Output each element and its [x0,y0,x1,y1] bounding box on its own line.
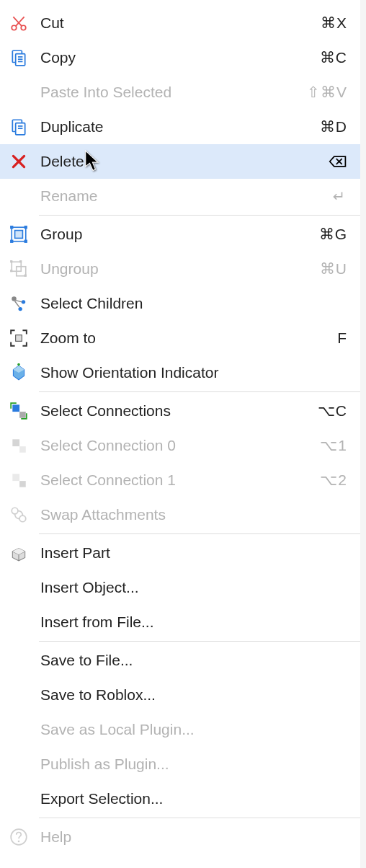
menu-item-insert-object[interactable]: Insert Object... [0,570,360,605]
svg-marker-35 [17,363,20,365]
menu-item-select-connections[interactable]: Select Connections ⌥C [0,394,360,428]
svg-point-42 [12,508,18,514]
orientation-icon [9,363,29,383]
label: Select Connection 1 [40,471,320,489]
label: Save to File... [40,652,347,669]
svg-rect-38 [12,439,19,446]
ungroup-icon [9,259,29,279]
backspace-icon [329,154,347,169]
separator [39,533,360,534]
menu-item-cut[interactable]: Cut ⌘X [0,6,360,40]
empty-icon [9,82,29,102]
context-menu: Cut ⌘X Copy ⌘C Paste Into Selected ⇧⌘V D… [0,0,360,854]
menu-item-rename: Rename [0,179,360,213]
empty-icon [9,754,29,774]
label: Ungroup [40,260,320,278]
menu-item-insert-from-file[interactable]: Insert from File... [0,605,360,639]
svg-line-32 [16,301,22,302]
label: Zoom to [40,329,337,347]
svg-point-30 [22,300,25,304]
menu-item-paste-into-selected: Paste Into Selected ⇧⌘V [0,75,360,110]
select-connections-icon [9,401,29,421]
shortcut: ⌘X [321,14,347,32]
shortcut: F [337,329,347,347]
shortcut: ⌥1 [320,437,347,454]
menu-item-duplicate[interactable]: Duplicate ⌘D [0,110,360,144]
shortcut: ⌘D [320,118,347,136]
label: Insert Part [40,544,347,562]
shortcut: ⇧⌘V [307,84,347,101]
duplicate-icon [9,117,29,137]
menu-item-group[interactable]: Group ⌘G [0,217,360,252]
svg-rect-39 [19,446,26,453]
svg-rect-18 [15,231,23,239]
label: Copy [40,49,320,66]
menu-item-copy[interactable]: Copy ⌘C [0,40,360,75]
menu-item-save-to-roblox[interactable]: Save to Roblox... [0,678,360,712]
svg-rect-26 [19,260,22,262]
return-icon [329,188,347,204]
empty-icon [9,650,29,670]
svg-rect-36 [12,404,19,412]
menu-item-insert-part[interactable]: Insert Part [0,536,360,570]
separator [39,641,360,642]
empty-icon [9,789,29,809]
svg-rect-41 [19,481,26,487]
svg-rect-28 [24,275,27,277]
svg-point-31 [18,307,22,311]
menu-item-save-to-file[interactable]: Save to File... [0,643,360,678]
empty-icon [9,612,29,632]
shortcut: ⌘U [320,260,347,278]
shortcut: ⌘C [320,49,347,66]
svg-rect-22 [24,240,27,243]
svg-rect-20 [24,226,27,229]
svg-rect-34 [16,335,22,342]
separator [39,215,360,216]
scrollbar-gutter [360,0,366,868]
menu-item-show-orientation[interactable]: Show Orientation Indicator [0,355,360,390]
zoom-to-icon [9,328,29,348]
label: Save as Local Plugin... [40,721,347,738]
empty-icon [9,577,29,598]
label: Select Connections [40,402,318,420]
label: Publish as Plugin... [40,756,347,773]
copy-icon [9,48,29,68]
delete-icon [9,151,29,172]
svg-rect-27 [10,270,12,272]
menu-item-zoom-to[interactable]: Zoom to F [0,321,360,355]
swap-attachments-icon [9,505,29,525]
shortcut: ⌥2 [320,471,347,489]
insert-part-icon [9,543,29,563]
menu-item-help: Help [0,820,360,854]
select-connection-0-icon [9,435,29,456]
menu-item-publish-plugin: Publish as Plugin... [0,747,360,781]
label: Group [40,226,319,243]
label: Insert from File... [40,614,347,631]
empty-icon [9,685,29,705]
menu-item-delete[interactable]: Delete [0,144,360,179]
help-icon [9,827,29,847]
label: Duplicate [40,118,320,136]
menu-item-select-children[interactable]: Select Children [0,286,360,321]
label: Help [40,828,347,846]
label: Rename [40,187,329,205]
label: Select Children [40,295,347,312]
separator [39,391,360,392]
label: Save to Roblox... [40,686,347,704]
svg-rect-37 [19,412,26,418]
label: Cut [40,14,321,32]
svg-rect-21 [10,240,13,243]
separator [39,818,360,818]
empty-icon [9,186,29,206]
menu-item-export-selection[interactable]: Export Selection... [0,781,360,816]
svg-rect-40 [12,474,19,481]
label: Export Selection... [40,790,347,807]
svg-line-33 [15,301,19,308]
empty-icon [9,719,29,740]
menu-item-save-local-plugin: Save as Local Plugin... [0,712,360,747]
svg-rect-19 [10,226,13,229]
group-icon [9,224,29,244]
shortcut: ⌥C [318,402,347,420]
menu-item-swap-attachments: Swap Attachments [0,497,360,532]
cut-icon [9,13,29,33]
